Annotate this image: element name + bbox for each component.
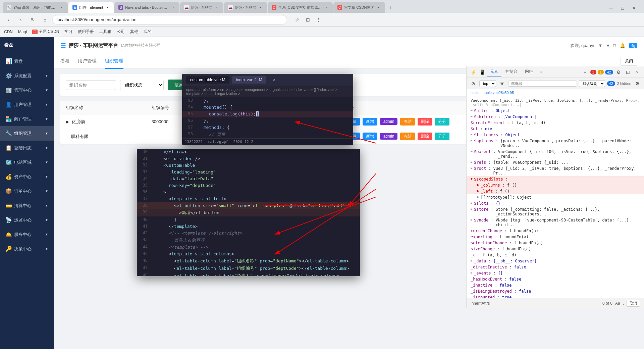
sidebar-item-mgmt[interactable]: 🏢 管理中心 ▼ bbox=[0, 83, 54, 97]
bookmark-cdn[interactable]: CDN bbox=[4, 30, 13, 34]
dev-prop-0[interactable]: VueComponent {_uid: 123, _isVue: true, $… bbox=[467, 98, 644, 108]
devtools-device-icon[interactable]: 📱 bbox=[478, 68, 486, 76]
score-button[interactable]: 分分 bbox=[435, 118, 449, 126]
dev-prop-directinactive[interactable]: _directInactive : false bbox=[467, 264, 644, 270]
user-arrow-icon[interactable]: ▼ bbox=[598, 43, 602, 48]
sidebar-item-service[interactable]: 🛎️ 服务中心 ▼ bbox=[0, 227, 54, 242]
dev-prop-slots[interactable]: ▶ $slots : {} bbox=[467, 200, 644, 206]
dev-prop-currentchange[interactable]: currentChange : f boundFn(a) bbox=[467, 228, 644, 234]
sidebar-item-org[interactable]: 🔧 组织管理 ▼ bbox=[0, 126, 54, 141]
dev-prop-selectionchange[interactable]: selectionChange : f boundFn(a) bbox=[467, 240, 644, 246]
dev-prop-left[interactable]: ▶ _left : f () bbox=[467, 188, 644, 194]
fullscreen-icon[interactable]: □ bbox=[613, 43, 616, 48]
devtools-eye-icon[interactable]: 👁 bbox=[498, 80, 506, 88]
close-tab-icon[interactable]: × bbox=[270, 76, 278, 84]
tab-close-4[interactable]: × bbox=[215, 5, 219, 10]
bookmark-csdn[interactable]: C 全易 CSDN bbox=[32, 29, 59, 35]
dev-prop-parent[interactable]: ▶ $parent : VueComponent {_uid: 106, _is… bbox=[467, 149, 644, 159]
devtools-tab-network[interactable]: 网络 bbox=[522, 67, 536, 77]
devtools-settings-icon[interactable]: ⚙ bbox=[614, 68, 623, 76]
sidebar-item-sysconfg[interactable]: ⚙️ 系统配置 ▼ bbox=[0, 68, 54, 83]
dev-prop-events[interactable]: ▶ _events : {} bbox=[467, 270, 644, 276]
browser-tab-3[interactable]: B Navs and tabs · Bootstrap v5 中... × bbox=[114, 2, 179, 13]
sidebar-item-clearing[interactable]: 💳 清算中心 ▼ bbox=[0, 198, 54, 213]
cancel-button[interactable]: 取消 bbox=[627, 300, 640, 307]
tab-close-3[interactable]: × bbox=[171, 5, 175, 10]
minimize-button[interactable]: ─ bbox=[606, 3, 616, 13]
star-button[interactable]: ☆ bbox=[292, 15, 302, 24]
dev-prop-el[interactable]: $el : div bbox=[467, 126, 644, 132]
devtools-inspect-icon[interactable]: ⚡ bbox=[469, 68, 477, 76]
admin-button[interactable]: admin bbox=[380, 118, 398, 125]
dev-prop-data[interactable]: ▶ _data : {__ob__: Observer} bbox=[467, 258, 644, 264]
sidebar-item-kanpan[interactable]: 📊 看盘 bbox=[0, 54, 54, 68]
score-sub-button[interactable]: 分分 bbox=[435, 133, 449, 140]
maximize-button[interactable]: □ bbox=[618, 3, 627, 13]
dev-prop-isbeingdestroyed[interactable]: _isBeingDestroyed : false bbox=[467, 288, 644, 294]
filter-input[interactable] bbox=[508, 81, 577, 87]
delete-sub-button[interactable]: 删除 bbox=[418, 133, 432, 140]
new-tab-button[interactable]: + bbox=[386, 3, 395, 13]
bookmark-company[interactable]: 公司 bbox=[117, 29, 125, 35]
devtools-close-icon[interactable]: × bbox=[633, 68, 641, 76]
dev-prop-inactive[interactable]: _inactive : false bbox=[467, 282, 644, 288]
dev-prop-store[interactable]: ▶ $store : Store {_committing: false, _a… bbox=[467, 206, 644, 217]
org-status-select[interactable]: 组织状态 正常 禁用 bbox=[120, 80, 164, 90]
tab-close-1[interactable]: × bbox=[59, 5, 64, 10]
dev-prop-attrs[interactable]: ▶ $attrs : Object bbox=[467, 108, 644, 114]
dev-prop-proto[interactable]: ▶ [[Prototype]]: Object bbox=[467, 194, 644, 200]
dev-prop-children[interactable]: ▶ $children : [VueComponent] bbox=[467, 114, 644, 120]
tab-org-mgmt[interactable]: 组织管理 bbox=[105, 54, 123, 69]
freeze-sub-button[interactable]: 冻结 bbox=[400, 133, 415, 140]
menu-icon[interactable]: ☰ bbox=[60, 42, 66, 49]
reload-button[interactable]: ↻ bbox=[28, 15, 38, 24]
file-tab-index[interactable]: index.vue 2, M bbox=[232, 76, 266, 84]
add-button[interactable]: 新增 bbox=[363, 118, 377, 126]
bookmark-mine[interactable]: 我的 bbox=[144, 29, 152, 35]
tab-user-mgmt[interactable]: 用户管理 bbox=[78, 54, 97, 69]
sidebar-item-log[interactable]: 📋 登陆日志 ▼ bbox=[0, 141, 54, 155]
dev-prop-root[interactable]: ▶ $root : Vue3 {_uid: 2, _isVue: true, $… bbox=[467, 165, 644, 176]
close-tab-button[interactable]: 关闭 bbox=[621, 57, 637, 66]
devtools-tab-more[interactable]: » bbox=[537, 67, 546, 77]
add-sub-button[interactable]: 新增 bbox=[363, 133, 377, 140]
bookmark-magi[interactable]: Magi bbox=[18, 30, 27, 34]
dev-prop-options[interactable]: ▶ $options : {parent: VueComponent, prop… bbox=[467, 138, 644, 149]
dev-prop-ismounted[interactable]: _isMounted : true bbox=[467, 294, 644, 298]
address-input[interactable]: localhost:8080/management/organization bbox=[52, 15, 287, 24]
sidebar-item-merchant[interactable]: 🏪 商户管理 ▼ bbox=[0, 112, 54, 126]
home-button[interactable]: ⌂ bbox=[40, 15, 50, 24]
cast-button[interactable]: ⊡ bbox=[303, 15, 313, 24]
org-name-input[interactable] bbox=[66, 80, 116, 90]
tab-close-5[interactable]: × bbox=[258, 5, 263, 10]
back-button[interactable]: ‹ bbox=[4, 15, 13, 24]
tab-kanpan[interactable]: 看盘 bbox=[60, 54, 70, 69]
dev-prop-columns[interactable]: ▶ _columns : f () bbox=[467, 182, 644, 188]
bookmark-manual[interactable]: 使用手册 bbox=[78, 29, 94, 35]
tab-close-6[interactable]: × bbox=[324, 5, 329, 10]
devtools-tab-console[interactable]: 控制台 bbox=[502, 67, 521, 77]
file-tab-custom[interactable]: custom-table.vue M bbox=[186, 76, 229, 84]
bookmark-tools[interactable]: 工具箱 bbox=[99, 29, 111, 35]
devtools-dock-icon[interactable]: ⊡ bbox=[624, 68, 632, 76]
dev-prop-sizechange[interactable]: sizeChange : f boundFn(a) bbox=[467, 246, 644, 252]
forward-button[interactable]: › bbox=[16, 15, 25, 24]
dev-prop-vnode[interactable]: ▶ $vnode : VNode {tag: 'vue-component-98… bbox=[467, 217, 644, 228]
dev-prop-scopedslots[interactable]: ▼ $scopedSlots : bbox=[467, 176, 644, 182]
devtools-file-link[interactable]: custom-table.vue?8c50:95 bbox=[467, 89, 644, 96]
bell-icon[interactable]: 🔔 bbox=[620, 43, 625, 48]
sidebar-item-assets[interactable]: 💰 资产中心 ▼ bbox=[0, 169, 54, 184]
dev-prop-create[interactable]: $createElement : f (a, b, c, d) bbox=[467, 120, 644, 126]
tab-close-7[interactable]: × bbox=[376, 5, 381, 10]
dev-prop-refs[interactable]: ▶ $refs : {table: VueComponent {_uid: ..… bbox=[467, 159, 644, 165]
browser-tab-7[interactable]: C 写文章-CSDN博客 × bbox=[333, 2, 385, 13]
close-window-button[interactable]: × bbox=[629, 3, 639, 13]
freeze-button[interactable]: 冻结 bbox=[400, 118, 415, 126]
expand-icon[interactable]: ▶ bbox=[66, 119, 69, 124]
sidebar-item-decision[interactable]: 🔑 决策中心 ▼ bbox=[0, 242, 54, 256]
top-level-select[interactable]: top bbox=[479, 80, 496, 87]
browser-tab-6[interactable]: C 全易_CSDN博客-前端原生技术:... × bbox=[268, 2, 333, 13]
admin-sub-button[interactable]: admin bbox=[380, 133, 398, 140]
tab-close-2[interactable]: × bbox=[105, 5, 110, 10]
devtools-add-icon[interactable]: + bbox=[581, 68, 589, 76]
